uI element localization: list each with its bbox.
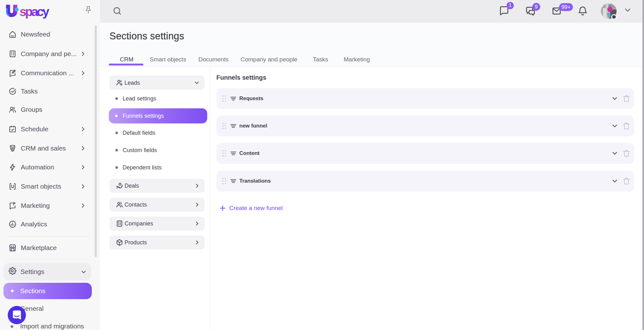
svg-text:spacy: spacy	[19, 5, 50, 19]
